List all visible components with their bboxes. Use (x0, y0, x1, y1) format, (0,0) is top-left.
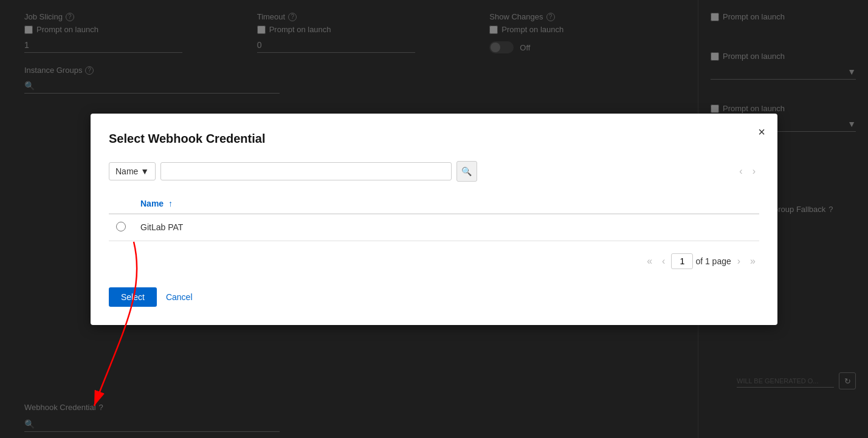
search-button-icon: 🔍 (461, 166, 472, 176)
search-button[interactable]: 🔍 (456, 161, 477, 182)
table-cell-name: GitLab PAT (133, 214, 759, 241)
first-page-button[interactable]: « (643, 255, 656, 268)
pagination-top: ‹ › (482, 165, 759, 178)
modal-dialog: Select Webhook Credential × Name ▼ 🔍 ‹ › (91, 114, 777, 325)
select-button[interactable]: Select (109, 287, 157, 307)
modal-footer: Select Cancel (109, 287, 759, 307)
modal-search-bar: Name ▼ 🔍 ‹ › (109, 161, 759, 182)
page-info-text: of 1 page (695, 256, 731, 266)
modal-close-button[interactable]: × (758, 126, 765, 138)
page-number-input[interactable] (671, 253, 693, 269)
filter-dropdown[interactable]: Name ▼ (109, 162, 156, 180)
next-page-button[interactable]: › (734, 255, 744, 268)
table-col-name[interactable]: Name ↑ (133, 194, 759, 214)
table-row: GitLab PAT (109, 214, 759, 241)
modal-title: Select Webhook Credential (109, 132, 759, 146)
credential-radio[interactable] (116, 222, 126, 231)
prev-page-button[interactable]: ‹ (658, 255, 669, 268)
filter-dropdown-arrow-icon: ▼ (140, 166, 149, 176)
table-col-select (109, 194, 133, 214)
credential-table: Name ↑ GitLab PAT (109, 194, 759, 241)
pagination-prev-button[interactable]: ‹ (735, 165, 746, 178)
last-page-button[interactable]: » (746, 255, 759, 268)
table-cell-radio[interactable] (109, 214, 133, 241)
sort-icon: ↑ (168, 199, 173, 208)
pagination-next-button[interactable]: › (749, 165, 759, 178)
cancel-button[interactable]: Cancel (166, 292, 193, 302)
search-input[interactable] (160, 162, 451, 180)
filter-dropdown-label: Name (115, 166, 138, 176)
pagination-bottom: « ‹ of 1 page › » (109, 253, 759, 269)
table-header-row: Name ↑ (109, 194, 759, 214)
modal-overlay: Select Webhook Credential × Name ▼ 🔍 ‹ › (0, 0, 868, 438)
